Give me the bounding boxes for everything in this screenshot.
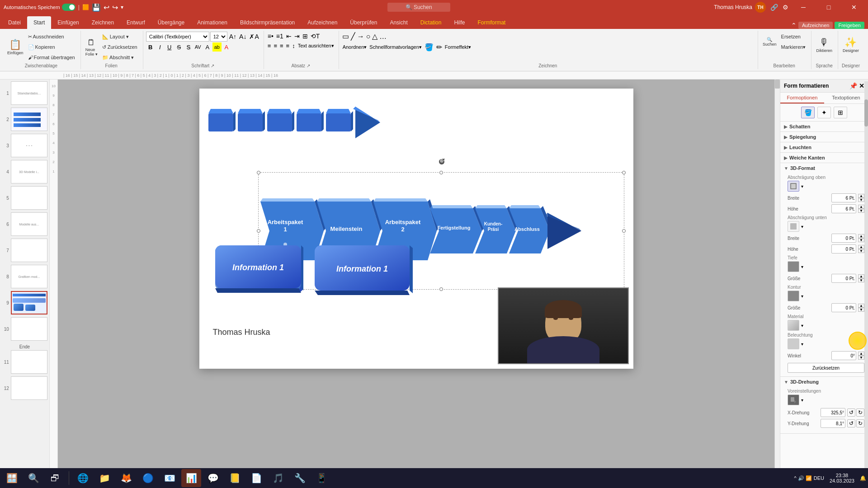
material-dropdown[interactable]: ▾ xyxy=(801,323,803,328)
edge-btn[interactable]: 🌐 xyxy=(73,469,93,487)
zuruecksetzen-button[interactable]: ↺ Zurücksetzen xyxy=(100,42,139,52)
tab-zeichnen[interactable]: Zeichnen xyxy=(85,16,120,29)
spin-down3[interactable]: ▼ xyxy=(858,238,864,242)
cols-button[interactable]: ⊞ xyxy=(302,32,309,41)
taskview-btn[interactable]: 🗗 xyxy=(45,469,65,487)
einfuegen-button[interactable]: 📋 Einfügen xyxy=(5,34,25,60)
handle-mr[interactable] xyxy=(622,229,626,233)
spin-up7[interactable]: ▲ xyxy=(858,352,864,356)
tab-bildschirm[interactable]: Bildschirmpräsentation xyxy=(234,16,301,29)
rp-section-header-weiche-kanten[interactable]: ▶ Weiche Kanten xyxy=(780,153,868,163)
bevel-top-btn1[interactable] xyxy=(788,181,799,192)
align-left-button[interactable]: ≡ xyxy=(267,42,272,50)
zuruecksetzen-3d-btn[interactable]: Zurücksetzen xyxy=(788,363,864,373)
oval-shape[interactable]: ○ xyxy=(366,32,371,41)
bevel-bottom-btn1[interactable] xyxy=(788,221,799,232)
line-shape[interactable]: ╱ xyxy=(350,32,356,41)
slide-thumb-11[interactable]: 11 xyxy=(2,350,47,374)
tab-ansicht[interactable]: Ansicht xyxy=(383,16,414,29)
clock[interactable]: 23:38 24.03.2023 xyxy=(826,471,858,485)
tab-hilfe[interactable]: Hilfe xyxy=(448,16,471,29)
maximize-button[interactable]: □ xyxy=(818,0,839,14)
clear-format-icon[interactable]: ✗A xyxy=(248,32,259,41)
slide-thumb-2[interactable]: 2 xyxy=(2,108,47,131)
fontcolor-button[interactable]: A xyxy=(203,42,212,52)
line-spacing-button[interactable]: ↕ xyxy=(291,42,296,50)
share-icon[interactable]: 🔗 xyxy=(770,4,778,11)
spin-down5[interactable]: ▼ xyxy=(858,278,864,282)
tab-datei[interactable]: Datei xyxy=(2,16,27,29)
layout-button[interactable]: 📐 Layout ▾ xyxy=(100,32,139,42)
tab-aufzeichnen[interactable]: Aufzeichnen xyxy=(301,16,344,29)
strikethrough-button[interactable]: S xyxy=(175,42,184,52)
slide-thumb-6[interactable]: 6 Modelle aus... xyxy=(2,212,47,236)
settings-icon[interactable]: ⚙ xyxy=(783,4,788,11)
notification-btn[interactable]: 🔔 xyxy=(860,475,866,481)
chrome-btn[interactable]: 🔵 xyxy=(138,469,158,487)
y-rot-right[interactable]: ↻ xyxy=(856,419,864,427)
kontur-color-btn[interactable] xyxy=(788,291,799,301)
markieren-button[interactable]: Markieren▾ xyxy=(779,42,808,52)
format-button[interactable]: 🖌 Format übertragen xyxy=(26,52,77,62)
slide-thumb-4[interactable]: 4 3D Modelle i... xyxy=(2,160,47,183)
italic-button[interactable]: I xyxy=(156,42,165,52)
anordnen-button[interactable]: Anordnen▾ xyxy=(342,43,368,51)
explorer-btn[interactable]: 📁 xyxy=(94,469,114,487)
firefox-btn[interactable]: 🦊 xyxy=(116,469,136,487)
kontur-dropdown[interactable]: ▾ xyxy=(801,294,803,299)
x-rot-left[interactable]: ↺ xyxy=(847,408,855,417)
toolbar-redo-icon[interactable]: ↪ xyxy=(112,3,118,12)
right-panel-scroll-thumb[interactable] xyxy=(864,99,868,127)
fontcolor2-button[interactable]: A xyxy=(222,42,231,52)
kopieren-button[interactable]: 📄 Kopieren xyxy=(26,42,77,52)
rp-section-header-spiegelung[interactable]: ▶ Spiegelung xyxy=(780,132,868,142)
beleuchtung-dropdown[interactable]: ▾ xyxy=(801,342,803,347)
tiefe-dropdown[interactable]: ▾ xyxy=(801,264,803,269)
language-indicator-tb[interactable]: DEU xyxy=(814,475,824,481)
app1-btn[interactable]: 🎵 xyxy=(268,469,288,487)
slide-thumb-7[interactable]: 7 xyxy=(2,239,47,262)
slide-thumb-10[interactable]: 10 xyxy=(2,317,47,341)
highlight-button[interactable]: ab xyxy=(212,42,222,52)
rp-section-header-schatten[interactable]: ▶ Schatten xyxy=(780,122,868,131)
spin-down2[interactable]: ▼ xyxy=(858,209,864,213)
abschr-oben-breite-input[interactable] xyxy=(831,193,856,202)
spin-up5[interactable]: ▲ xyxy=(858,274,864,278)
list-button[interactable]: ≡• xyxy=(267,32,274,41)
beleuchtung-btn[interactable] xyxy=(788,338,799,349)
slide-thumb-12[interactable]: 12 xyxy=(2,376,47,400)
handle-tm[interactable] xyxy=(439,171,443,174)
tab-uebergaenge[interactable]: Übergänge xyxy=(151,16,191,29)
canvas-area[interactable]: Arbeitspaket 1 Meilenstein Arbeitspaket xyxy=(58,80,774,478)
schnellformatvorlagen-button[interactable]: Schnellformatvorlagen▾ xyxy=(368,43,422,51)
slide-thumb-8[interactable]: 8 Grafiken mod... xyxy=(2,265,47,288)
spin-down[interactable]: ▼ xyxy=(858,198,864,202)
diktieren-button[interactable]: 🎙 Diktieren xyxy=(814,32,834,58)
tiefe-groesse-input[interactable] xyxy=(831,274,856,283)
triangle-shape[interactable]: △ xyxy=(372,32,378,41)
spin-up[interactable]: ▲ xyxy=(858,194,864,198)
tab-einfuegen[interactable]: Einfügen xyxy=(51,16,85,29)
formeffekt-button[interactable]: Formeffekt▾ xyxy=(444,43,472,51)
spin-up4[interactable]: ▲ xyxy=(858,245,864,249)
start-btn[interactable]: 🪟 xyxy=(2,469,22,487)
bevel-bottom-dropdown[interactable]: ▾ xyxy=(801,224,803,229)
mail-btn[interactable]: 📧 xyxy=(160,469,179,487)
abschnitt-button[interactable]: 📁 Abschnitt ▾ xyxy=(100,52,139,62)
x-drehung-input[interactable] xyxy=(821,408,845,417)
autosave-toggle[interactable] xyxy=(62,4,75,11)
increase-font-icon[interactable]: A↑ xyxy=(228,32,237,41)
ribbon-collapse-icon[interactable]: ⌃ xyxy=(791,22,797,29)
toolbar-undo-icon[interactable]: ↩ xyxy=(104,3,109,12)
bevel-dropdown[interactable]: ▾ xyxy=(801,184,803,189)
x-rot-right[interactable]: ↻ xyxy=(856,408,864,417)
fill-button[interactable]: 🪣 xyxy=(424,42,434,52)
tab-animationen[interactable]: Animationen xyxy=(191,16,234,29)
align-right-button[interactable]: ≡ xyxy=(279,42,284,50)
shadow-button[interactable]: S xyxy=(184,42,193,52)
tab-dictation[interactable]: Dictation xyxy=(414,16,448,29)
info-btn-1[interactable]: Information 1 xyxy=(213,241,321,310)
system-tray-icons[interactable]: ^ 🔊 📶 xyxy=(794,475,811,481)
rp-tab-textoptionen[interactable]: Textoptionen xyxy=(824,93,868,103)
word-btn[interactable]: 📄 xyxy=(246,469,266,487)
